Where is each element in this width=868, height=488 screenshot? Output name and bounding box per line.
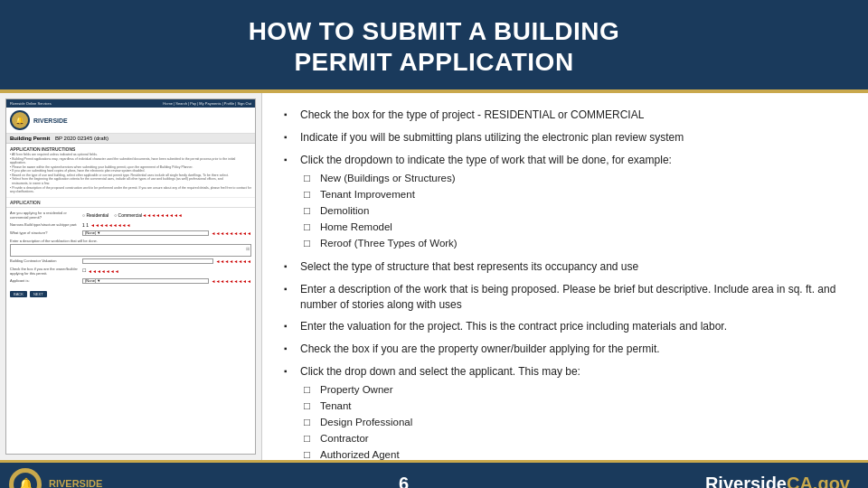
mock-logo-inner: 🔔 [12,112,28,128]
instruction-text-7: Check the box if you are the property ow… [300,342,660,357]
bullet-2: ▪ [284,131,293,144]
sub-item-3-4: □Home Remodel [304,220,672,234]
instruction-item-8-content: Click the drop down and select the appli… [300,364,580,460]
mock-textarea: ⊞ [10,244,251,257]
mock-arrow-6: ◄◄◄◄◄◄◄◄◄ [211,278,251,284]
mock-topbar: Riverside Online Services Home | Search … [6,99,255,108]
instruction-item-3: ▪ Click the dropdown to indicate the typ… [284,153,850,252]
form-screenshot: Riverside Online Services Home | Search … [5,99,256,455]
page-header: HOW TO SUBMIT A BUILDING PERMIT APPLICAT… [0,0,868,89]
footer-logo-circle: 🔔 [9,468,42,488]
sub-item-8-4: □Contractor [304,431,580,446]
left-panel: Riverside Online Services Home | Search … [0,93,262,460]
sub-bullet-3-1: □ [304,171,316,185]
mock-label-structure: What type of structure? [10,230,82,235]
sub-bullet-3-3: □ [304,203,316,218]
mock-permit-title: Building Permit BP 2020 02345 (draft) [6,134,255,144]
sub-item-8-1: □Property Owner [304,382,580,397]
sub-bullet-8-3: □ [304,415,316,429]
mock-arrow-1: ◄◄◄◄◄◄◄◄◄ [142,212,183,218]
mock-riverside-label: RIVERSIDE [33,117,68,124]
sub-bullet-3-5: □ [304,236,316,250]
instruction-text-6: Enter the valuation for the project. Thi… [300,319,727,334]
sub-bullet-3-2: □ [304,187,316,202]
sub-bullet-8-2: □ [304,399,316,413]
page-title: HOW TO SUBMIT A BUILDING PERMIT APPLICAT… [9,16,859,77]
mock-label-owner: Check the box if you are the owner/build… [10,267,82,276]
footer-logo-inner: 🔔 [12,471,39,488]
instruction-item-4: ▪ Select the type of structure that best… [284,259,850,275]
bullet-5: ▪ [284,283,293,296]
mock-buttons: BACK NEXT [6,289,255,299]
mock-instructions: APPLICATION INSTRUCTIONS • All form fiel… [6,144,255,197]
mock-form-row-owner: Check the box if you are the owner/build… [10,267,251,276]
mock-logo-circle: 🔔 [10,110,30,130]
sub-item-8-2: □Tenant [304,399,580,413]
bullet-8: ▪ [284,365,293,378]
mock-input-applicant: (None) ▼ [82,278,209,284]
footer-site-text: RiversideCA.gov [705,474,850,488]
instruction-text-4: Select the type of structure that best r… [300,259,638,275]
mock-label-narrow: Narrows Build type/structure subtype par… [10,222,82,227]
instruction-text-8: Click the drop down and select the appli… [300,365,580,378]
mock-section-label: APPLICATION [6,198,255,208]
mock-form-row-valuation: Building Contractor Valuation ◄◄◄◄◄◄◄◄ [10,258,251,264]
instruction-text-3: Click the dropdown to indicate the type … [300,154,672,166]
mock-nav-links: Home | Search | Pay | My Payments | Prof… [163,101,251,106]
instruction-item-8: ▪ Click the drop down and select the app… [284,364,850,460]
bullet-7: ▪ [284,343,293,355]
mock-site-title: Riverside Online Services [10,101,52,106]
sub-bullet-3-4: □ [304,220,316,234]
mock-next-btn: NEXT [30,291,47,297]
sub-item-3-1: □New (Buildings or Structures) [304,171,672,185]
footer-riverside-label: RIVERSIDE [49,479,102,488]
mock-back-btn: BACK [10,291,27,297]
mock-form-row-narrow: Narrows Build type/structure subtype par… [10,222,251,228]
right-panel: ▪ Check the box for the type of project … [262,93,868,460]
page-footer: 🔔 RIVERSIDE 6 RiversideCA.gov [0,460,868,488]
mock-form-row-applicant: Applicant is: (None) ▼ ◄◄◄◄◄◄◄◄◄ [10,278,251,284]
mock-label-valuation: Building Contractor Valuation [10,258,82,263]
instruction-item-5: ▪ Enter a description of the work that i… [284,282,850,313]
instruction-text-5: Enter a description of the work that is … [300,282,850,313]
footer-logo: 🔔 RIVERSIDE [9,468,102,488]
sub-bullet-8-4: □ [304,431,316,446]
sub-item-3-3: □Demolition [304,203,672,218]
instruction-text-2: Indicate if you will be submitting plans… [300,130,684,145]
bullet-3: ▪ [284,154,293,166]
bell-icon: 🔔 [18,477,33,488]
mock-label-applicant: Applicant is: [10,278,82,283]
instruction-item-7: ▪ Check the box if you are the property … [284,342,850,357]
instruction-item-1: ▪ Check the box for the type of project … [284,108,850,123]
mock-arrow-2: ◄◄◄◄◄◄◄◄◄ [90,222,131,228]
mock-arrow-4: ◄◄◄◄◄◄◄◄ [215,258,251,264]
sub-item-3-5: □Reroof (Three Types of Work) [304,236,672,250]
sub-list-3: □New (Buildings or Structures) □Tenant I… [304,171,672,250]
mock-form-row-type: Are you applying for a residential or co… [10,211,251,220]
mock-radio-group: ○ Residential ○ Commercial [82,212,142,218]
main-content: Riverside Online Services Home | Search … [0,93,868,460]
mock-arrow-3: ◄◄◄◄◄◄◄◄◄ [211,230,251,236]
instruction-text-1: Check the box for the type of project - … [300,108,644,123]
sub-item-3-2: □Tenant Improvement [304,187,672,202]
instruction-item-3-content: Click the dropdown to indicate the type … [300,153,672,252]
footer-page-number: 6 [399,474,409,488]
sub-item-8-3: □Design Professional [304,415,580,429]
sub-bullet-8-5: □ [304,447,316,460]
sub-item-8-5: □Authorized Agent [304,447,580,460]
mock-input-structure: (None) ▼ [82,230,209,236]
mock-label-type: Are you applying for a residential or co… [10,211,82,220]
mock-arrow-5: ◄◄◄◄◄◄◄ [88,268,119,274]
mock-logo-area: 🔔 RIVERSIDE [6,108,255,134]
mock-form-section: Are you applying for a residential or co… [6,208,255,289]
sub-list-8: □Property Owner □Tenant □Design Professi… [304,382,580,460]
bullet-1: ▪ [284,108,293,121]
instruction-item-6: ▪ Enter the valuation for the project. T… [284,319,850,334]
footer-site: RiversideCA.gov [705,474,850,488]
bullet-4: ▪ [284,260,293,273]
instruction-item-2: ▪ Indicate if you will be submitting pla… [284,130,850,145]
bullet-6: ▪ [284,320,293,333]
mock-permit-number: BP 2020 02345 (draft) [55,136,108,141]
instruction-list: ▪ Check the box for the type of project … [284,108,850,460]
mock-input-valuation [82,258,213,264]
